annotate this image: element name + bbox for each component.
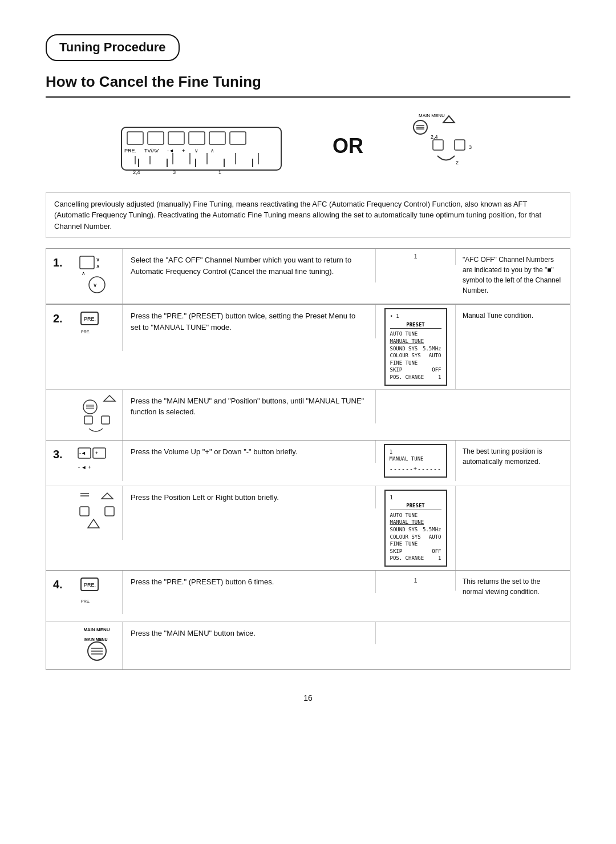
svg-text:∧: ∧ [210,148,214,154]
step-2-top: 2. PRE. PRE. Press the "PRE." (PRESET) b… [46,305,570,389]
step-3-note-bottom [456,486,570,498]
step-1-icon: ∨ ∧ ∧ ∨ [71,249,123,304]
step-2-note-top: Manual Tune condition. [456,305,570,326]
svg-marker-52 [104,395,115,401]
svg-text:3: 3 [173,169,176,175]
step-3-icon-top: -◄ + - ◄ + [71,441,123,481]
step-1-note: "AFC OFF" Channel Numbers are indicated … [456,249,570,301]
svg-text:∨: ∨ [194,148,198,154]
step-3: 3. -◄ + - ◄ + Press the Volume Up "+" or… [46,441,570,571]
or-text: OR [333,132,363,160]
step-2-text-top: Press the "PRE." (PRESET) button twice, … [123,305,376,338]
svg-text:PRE.: PRE. [84,316,96,322]
step-3-text-top: Press the Volume Up "+" or Down "-" butt… [123,441,376,463]
step-3-bottom: Press the Position Left or Right button … [46,486,570,570]
svg-rect-1 [127,132,143,144]
step-2-screen-top: • 1 PRESET AUTO TUNE MANUAL TUNE SOUND S… [376,305,456,389]
svg-text:PRE.: PRE. [124,148,136,154]
svg-rect-53 [84,416,92,424]
step-4: 4. PRE. PRE. Press the "PRE." (PRESET) b… [46,571,570,670]
svg-text:2,4: 2,4 [431,134,438,140]
step-4-icon-top: PRE. PRE. [71,571,123,614]
section-heading: How to Cancel the Fine Tuning [46,71,570,98]
step-3-number: 3. [46,441,71,468]
step-3-note-top: The best tuning position is automaticall… [456,441,570,473]
step-4-text-bottom: Press the "MAIN MENU" button twice. [123,622,376,645]
svg-rect-63 [80,507,89,516]
svg-text:1: 1 [218,169,221,175]
step-4-bottom: MAIN MENU MAIN MENU Press the "MAIN MENU… [46,622,570,669]
step-4-text-top: Press the "PRE." (PRESET) button 6 times… [123,571,376,593]
step-4-screen-top: 1 [376,571,456,591]
step-1-screen: 1 [376,249,456,264]
svg-text:PRE.: PRE. [81,330,90,334]
svg-rect-35 [433,140,443,150]
step-2: 2. PRE. PRE. Press the "PRE." (PRESET) b… [46,304,570,440]
svg-text:+: + [95,450,98,456]
svg-marker-33 [443,116,455,123]
step-3-screen-top: 1 MANUAL TUNE ------+------ [376,441,456,481]
step-2-number: 2. [46,305,71,332]
step-1-number: 1. [46,249,71,276]
step-3-screen-bottom: 1 PRESET AUTO TUNE MANUAL TUNE SOUND SYS… [376,486,456,570]
svg-text:2: 2 [456,160,459,165]
step-4-note-top: This returns the set to the normal viewi… [456,571,570,603]
svg-text:∧: ∧ [96,263,100,269]
svg-rect-39 [80,256,94,269]
svg-text:TV/AV: TV/AV [144,148,159,154]
svg-text:- ◄ +: - ◄ + [78,465,91,470]
svg-rect-5 [209,132,225,144]
svg-text:+: + [182,148,185,154]
step-4-number: 4. [46,571,71,598]
svg-text:2,4: 2,4 [133,169,140,175]
step-3-top: 3. -◄ + - ◄ + Press the Volume Up "+" or… [46,441,570,486]
step-2-text-bottom: Press the "MAIN MENU" and "Position" but… [123,390,376,423]
remote-area: PRE. TV/AV -◄ + ∨ ∧ 2,4 3 1 O [46,110,570,182]
svg-text:3: 3 [469,144,472,150]
page-number: 16 [46,693,570,704]
svg-text:MAIN MENU: MAIN MENU [419,113,445,118]
svg-marker-62 [102,493,113,499]
step-2-icon-top: PRE. PRE. [71,305,123,351]
svg-point-43 [89,277,105,293]
step-3-icon-bottom [71,486,123,540]
svg-rect-6 [230,132,246,144]
step-4-top: 4. PRE. PRE. Press the "PRE." (PRESET) b… [46,571,570,622]
svg-rect-54 [102,416,110,424]
step-1-text: Select the "AFC OFF" Channel Number whic… [123,249,376,282]
svg-text:∨: ∨ [96,256,100,263]
svg-text:-◄: -◄ [167,148,174,154]
svg-text:PRE.: PRE. [81,599,90,603]
svg-marker-65 [88,519,99,528]
svg-text:PRE.: PRE. [84,582,96,588]
step-2-bottom: Press the "MAIN MENU" and "Position" but… [46,390,570,440]
remote-left: PRE. TV/AV -◄ + ∨ ∧ 2,4 3 1 [116,110,298,182]
description-text: Cancelling previously adjusted (manually… [46,192,570,239]
svg-rect-36 [455,140,465,150]
step-3-text-bottom: Press the Position Left or Right button … [123,486,376,509]
svg-rect-64 [105,507,114,516]
step-2-icon-bottom [71,390,123,440]
svg-text:-◄: -◄ [79,450,86,456]
tuning-badge: Tuning Procedure [46,34,180,61]
svg-text:∧: ∧ [82,270,86,276]
step-4-icon-bottom: MAIN MENU MAIN MENU [71,622,123,669]
step-1: 1. ∨ ∧ ∧ ∨ Select the "AFC OFF" Channel … [46,248,570,304]
svg-rect-3 [168,132,184,144]
svg-text:∨: ∨ [93,282,97,288]
svg-rect-4 [189,132,205,144]
remote-right: MAIN MENU 2,4 3 2 [398,110,500,182]
svg-text:MAIN MENU: MAIN MENU [84,637,107,641]
svg-rect-2 [148,132,164,144]
